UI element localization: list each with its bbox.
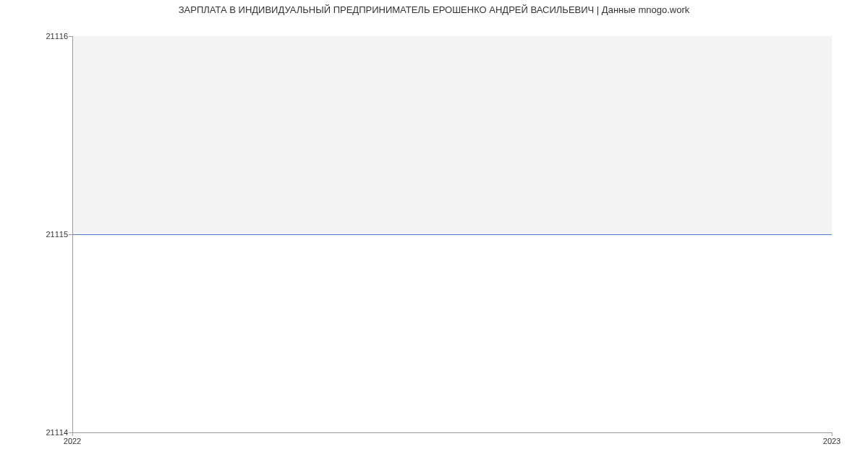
x-tick-label: 2022 — [64, 437, 81, 445]
y-tick: 21115 — [0, 230, 68, 239]
y-tick-mark — [69, 36, 72, 37]
y-tick: 21116 — [0, 32, 68, 40]
axis-spine-left — [72, 36, 73, 432]
y-tick-label: 21116 — [46, 32, 68, 40]
x-tick-label: 2023 — [823, 437, 841, 445]
axis-spine-bottom — [72, 432, 832, 433]
y-tick-label: 21115 — [46, 230, 68, 239]
x-tick-mark — [832, 432, 833, 436]
y-tick: 21114 — [0, 428, 68, 437]
y-tick-mark — [69, 234, 72, 235]
y-tick-label: 21114 — [46, 428, 68, 437]
area-fill — [72, 36, 832, 234]
x-tick-mark — [72, 432, 73, 436]
chart-title: ЗАРПЛАТА В ИНДИВИДУАЛЬНЫЙ ПРЕДПРИНИМАТЕЛ… — [0, 4, 868, 15]
x-tick: 2023 — [823, 437, 841, 445]
data-line — [72, 234, 832, 235]
x-tick: 2022 — [64, 437, 81, 445]
chart-container: ЗАРПЛАТА В ИНДИВИДУАЛЬНЫЙ ПРЕДПРИНИМАТЕЛ… — [0, 0, 868, 470]
